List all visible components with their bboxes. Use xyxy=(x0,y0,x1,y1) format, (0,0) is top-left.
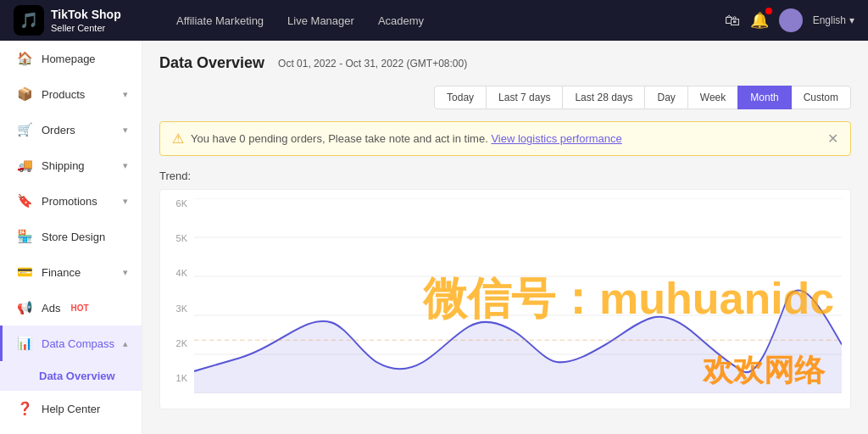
sidebar-label-products: Products xyxy=(42,88,85,101)
logo-title: TikTok Shop xyxy=(51,7,121,22)
sidebar: 🏠 Homepage 📦 Products ▾ 🛒 Orders ▾ 🚚 Shi… xyxy=(0,41,142,434)
sidebar-label-finance: Finance xyxy=(42,266,81,279)
nav-live-manager[interactable]: Live Manager xyxy=(287,14,354,27)
filter-last7[interactable]: Last 7 days xyxy=(486,86,563,109)
date-filters: Today Last 7 days Last 28 days Day Week … xyxy=(435,86,851,109)
store-design-icon: 🏪 xyxy=(16,229,33,244)
alert-text: You have 0 pending orders, Please take n… xyxy=(191,132,821,145)
page-title: Data Overview xyxy=(159,54,264,72)
logo-text: TikTok Shop Seller Center xyxy=(51,7,121,34)
top-navigation: 🎵 TikTok Shop Seller Center Affiliate Ma… xyxy=(0,0,868,41)
y-label-2k: 2K xyxy=(176,338,187,348)
user-avatar[interactable] xyxy=(779,8,803,32)
y-label-3k: 3K xyxy=(176,303,187,314)
filter-custom[interactable]: Custom xyxy=(791,86,851,109)
hot-badge: HOT xyxy=(70,303,88,313)
trend-chart xyxy=(194,198,842,393)
sidebar-item-homepage[interactable]: 🏠 Homepage xyxy=(0,41,142,76)
chevron-icon: ▾ xyxy=(123,267,128,278)
filter-day[interactable]: Day xyxy=(644,86,687,109)
homepage-icon: 🏠 xyxy=(16,51,33,66)
notification-badge xyxy=(765,8,772,14)
data-compass-icon: 📊 xyxy=(16,336,33,351)
filter-month[interactable]: Month xyxy=(737,86,791,109)
y-label-4k: 4K xyxy=(176,268,187,278)
y-label-5k: 5K xyxy=(176,233,187,243)
sidebar-label-help-center: Help Center xyxy=(42,403,100,415)
sidebar-item-store-design[interactable]: 🏪 Store Design xyxy=(0,219,142,254)
chart-y-labels: 6K 5K 4K 3K 2K 1K xyxy=(160,198,192,383)
logo: 🎵 TikTok Shop Seller Center xyxy=(14,5,149,36)
shop-icon[interactable]: 🛍 xyxy=(725,12,740,30)
chevron-icon: ▾ xyxy=(123,89,128,100)
nav-links: Affiliate Marketing Live Manager Academy xyxy=(176,14,698,27)
sidebar-label-data-compass: Data Compass xyxy=(42,337,114,350)
chevron-icon: ▾ xyxy=(123,125,128,136)
y-label-1k: 1K xyxy=(176,373,187,383)
sidebar-label-ads: Ads xyxy=(42,302,60,314)
ads-icon: 📢 xyxy=(16,300,33,315)
promotions-icon: 🔖 xyxy=(16,193,33,209)
chevron-up-icon: ▴ xyxy=(123,338,128,349)
sidebar-label-homepage: Homepage xyxy=(42,53,96,65)
filter-week[interactable]: Week xyxy=(687,86,738,109)
alert-message: You have 0 pending orders, Please take n… xyxy=(191,132,488,145)
alert-banner: ⚠ You have 0 pending orders, Please take… xyxy=(159,121,851,156)
sidebar-sub-item-data-overview[interactable]: Data Overview xyxy=(0,361,142,391)
sidebar-item-data-compass[interactable]: 📊 Data Compass ▴ xyxy=(0,326,142,361)
logo-subtitle: Seller Center xyxy=(51,23,105,33)
sidebar-label-shipping: Shipping xyxy=(42,159,85,172)
chevron-icon: ▾ xyxy=(123,196,128,207)
notification-icon[interactable]: 🔔 xyxy=(750,11,769,30)
sidebar-label-orders: Orders xyxy=(42,124,75,136)
finance-icon: 💳 xyxy=(16,264,33,280)
sidebar-item-promotions[interactable]: 🔖 Promotions ▾ xyxy=(0,183,142,219)
filter-last28[interactable]: Last 28 days xyxy=(562,86,645,109)
language-selector[interactable]: English ▾ xyxy=(813,14,854,26)
chevron-icon: ▾ xyxy=(123,160,128,171)
nav-academy[interactable]: Academy xyxy=(378,14,424,27)
language-label: English xyxy=(813,14,846,26)
sidebar-item-help-center[interactable]: ❓ Help Center xyxy=(0,391,142,426)
filter-today[interactable]: Today xyxy=(434,86,487,109)
overview-header: Data Overview Oct 01, 2022 - Oct 31, 202… xyxy=(159,54,851,109)
nav-right: 🛍 🔔 English ▾ xyxy=(725,8,854,32)
main-content: Data Overview Oct 01, 2022 - Oct 31, 202… xyxy=(142,41,868,434)
sidebar-label-promotions: Promotions xyxy=(42,195,97,208)
y-label-6k: 6K xyxy=(176,198,187,209)
sidebar-item-products[interactable]: 📦 Products ▾ xyxy=(0,76,142,112)
orders-icon: 🛒 xyxy=(16,122,33,137)
tiktok-logo-icon: 🎵 xyxy=(14,5,44,36)
sidebar-label-store-design: Store Design xyxy=(42,231,105,243)
shipping-icon: 🚚 xyxy=(16,158,33,173)
sidebar-item-finance[interactable]: 💳 Finance ▾ xyxy=(0,254,142,290)
sidebar-sub-label-data-overview: Data Overview xyxy=(39,370,115,382)
main-layout: 🏠 Homepage 📦 Products ▾ 🛒 Orders ▾ 🚚 Shi… xyxy=(0,41,868,434)
trend-label: Trend: xyxy=(159,170,851,182)
nav-affiliate-marketing[interactable]: Affiliate Marketing xyxy=(176,14,264,27)
sidebar-item-ads[interactable]: 📢 Ads HOT xyxy=(0,290,142,326)
alert-close-button[interactable]: ✕ xyxy=(827,131,838,147)
sidebar-item-orders[interactable]: 🛒 Orders ▾ xyxy=(0,112,142,147)
alert-link[interactable]: View logistics performance xyxy=(491,132,621,145)
products-icon: 📦 xyxy=(16,86,33,102)
help-center-icon: ❓ xyxy=(16,401,33,416)
date-range: Oct 01, 2022 - Oct 31, 2022 (GMT+08:00) xyxy=(278,58,467,70)
chevron-down-icon: ▾ xyxy=(849,14,854,26)
alert-icon: ⚠ xyxy=(172,131,184,147)
sidebar-item-shipping[interactable]: 🚚 Shipping ▾ xyxy=(0,147,142,183)
chart-container: 6K 5K 4K 3K 2K 1K 微信号：muhuanidc 欢欢网络 xyxy=(159,189,851,409)
